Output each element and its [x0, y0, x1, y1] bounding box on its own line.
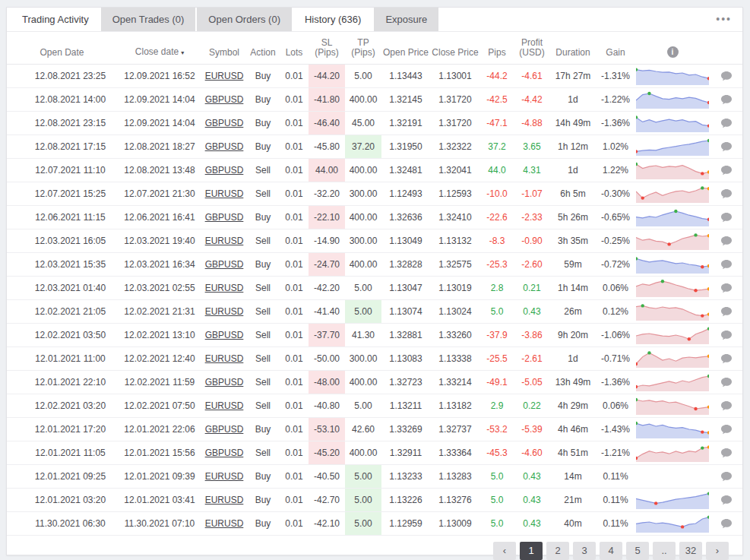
comment-icon[interactable] — [720, 259, 733, 270]
column-header-close_price[interactable]: Close Price — [430, 32, 480, 65]
comment-icon[interactable] — [720, 495, 733, 505]
comment-icon[interactable] — [720, 377, 733, 388]
symbol-link[interactable]: EURUSD — [205, 283, 244, 293]
column-header-action[interactable]: Action — [246, 32, 280, 65]
cell-comment — [710, 206, 742, 229]
column-header-profit[interactable]: Profit(USD) — [514, 32, 550, 65]
symbol-link[interactable]: EURUSD — [205, 400, 244, 411]
symbol-link[interactable]: GBPUSD — [205, 330, 244, 340]
symbol-link[interactable]: GBPUSD — [205, 118, 244, 128]
cell-close_date: 12.02.2021 21:31 — [117, 300, 202, 324]
cell-lots: 0.01 — [280, 512, 309, 536]
page-5[interactable]: 5 — [626, 542, 649, 560]
cell-profit: -3.86 — [514, 324, 550, 347]
tab-open-orders-0[interactable]: Open Orders (0) — [197, 8, 292, 31]
cell-sl: -48.00 — [309, 371, 345, 394]
comment-icon[interactable] — [720, 118, 733, 128]
cell-sl: -44.20 — [309, 65, 345, 88]
symbol-link[interactable]: GBPUSD — [205, 212, 244, 223]
comment-icon[interactable] — [720, 306, 733, 317]
symbol-link[interactable]: GBPUSD — [205, 377, 244, 388]
comment-icon[interactable] — [720, 141, 733, 152]
tab-exposure[interactable]: Exposure — [374, 8, 438, 31]
table-row: 12.03.2021 15:3512.03.2021 16:34GBPUSDBu… — [7, 253, 742, 277]
column-header-open_date[interactable]: Open Date — [7, 32, 117, 65]
cell-gain: -0.30% — [596, 182, 635, 206]
symbol-link[interactable]: EURUSD — [205, 471, 244, 482]
cell-action: Buy — [246, 135, 280, 159]
comment-icon[interactable] — [720, 448, 733, 458]
comment-icon[interactable] — [720, 71, 733, 81]
column-header-tp[interactable]: TP(Pips) — [345, 32, 381, 65]
comment-icon[interactable] — [720, 283, 733, 293]
column-header-gain[interactable]: Gain — [596, 32, 635, 65]
cell-open_price: 1.31950 — [381, 135, 430, 159]
cell-open_date: 12.02.2021 03:50 — [7, 324, 117, 347]
symbol-link[interactable]: GBPUSD — [205, 141, 244, 152]
tab-history-636[interactable]: History (636) — [293, 8, 372, 31]
comment-icon[interactable] — [720, 236, 733, 246]
comment-icon[interactable] — [720, 518, 733, 529]
cell-tp: 400.00 — [345, 88, 381, 112]
column-header-symbol[interactable]: Symbol — [202, 32, 246, 65]
cell-symbol: GBPUSD — [202, 253, 246, 277]
tab-open-trades-0[interactable]: Open Trades (0) — [101, 8, 196, 31]
cell-open_date: 12.08.2021 23:25 — [7, 65, 117, 88]
cell-open_date: 12.08.2021 17:15 — [7, 135, 117, 159]
more-options-icon[interactable]: ••• — [716, 8, 732, 30]
column-header-close_date[interactable]: Close date▾ — [117, 32, 202, 65]
symbol-link[interactable]: EURUSD — [205, 353, 244, 364]
cell-gain: -1.43% — [596, 418, 635, 441]
comment-icon[interactable] — [720, 353, 733, 364]
info-icon[interactable]: i — [667, 46, 679, 58]
cell-comment — [710, 489, 742, 512]
column-header-pips[interactable]: Pips — [480, 32, 514, 65]
comment-icon[interactable] — [720, 400, 733, 411]
symbol-link[interactable]: EURUSD — [205, 518, 244, 529]
cell-comment — [710, 300, 742, 324]
cell-sl: -40.80 — [309, 394, 345, 418]
comment-icon[interactable] — [720, 165, 733, 176]
prev-page-button[interactable]: ‹ — [493, 542, 516, 560]
cell-sl: -22.10 — [309, 206, 345, 229]
symbol-link[interactable]: GBPUSD — [205, 259, 244, 270]
page-4[interactable]: 4 — [600, 542, 622, 560]
column-header-lots[interactable]: Lots — [280, 32, 309, 65]
cell-close_date: 12.03.2021 16:34 — [117, 253, 202, 277]
cell-close_date: 12.09.2021 14:04 — [117, 88, 202, 112]
symbol-link[interactable]: EURUSD — [205, 188, 244, 199]
page-ellipsis[interactable]: .. — [653, 542, 676, 560]
page-32[interactable]: 32 — [679, 542, 702, 560]
cell-pips: 5.0 — [480, 300, 514, 324]
page-1[interactable]: 1 — [520, 542, 543, 560]
comment-icon[interactable] — [720, 471, 733, 482]
symbol-link[interactable]: EURUSD — [205, 495, 244, 505]
cell-tp: 400.00 — [345, 253, 381, 277]
comment-icon[interactable] — [720, 212, 733, 223]
cell-tp: 37.20 — [345, 135, 381, 159]
page-3[interactable]: 3 — [573, 542, 596, 560]
cell-tp: 400.00 — [345, 441, 381, 465]
column-header-duration[interactable]: Duration — [550, 32, 596, 65]
column-header-sl[interactable]: SL(Pips) — [309, 32, 345, 65]
symbol-link[interactable]: GBPUSD — [205, 448, 244, 458]
comment-icon[interactable] — [720, 94, 733, 105]
comment-icon[interactable] — [720, 424, 733, 435]
cell-gain: -0.72% — [596, 253, 635, 277]
symbol-link[interactable]: EURUSD — [205, 71, 244, 81]
symbol-link[interactable]: EURUSD — [205, 236, 244, 246]
page-2[interactable]: 2 — [546, 542, 569, 560]
cell-duration: 4h 51m — [550, 441, 596, 465]
cell-close_price: 1.33364 — [430, 441, 480, 465]
symbol-link[interactable]: EURUSD — [205, 306, 244, 317]
cell-lots: 0.01 — [280, 182, 309, 206]
comment-icon[interactable] — [720, 188, 733, 199]
cell-pips: -8.3 — [480, 229, 514, 253]
comment-icon[interactable] — [720, 330, 733, 340]
cell-close_price: 1.31720 — [430, 88, 480, 112]
next-page-button[interactable]: › — [706, 542, 729, 560]
column-header-open_price[interactable]: Open Price — [381, 32, 430, 65]
symbol-link[interactable]: GBPUSD — [205, 424, 244, 435]
symbol-link[interactable]: GBPUSD — [205, 165, 244, 176]
symbol-link[interactable]: GBPUSD — [205, 94, 244, 105]
